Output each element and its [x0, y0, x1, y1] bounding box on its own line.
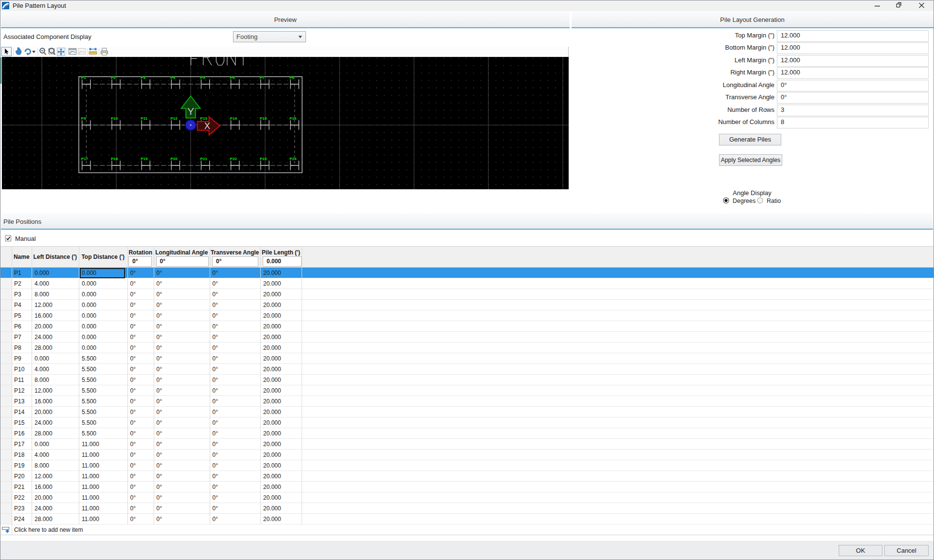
svg-text:P20: P20 — [170, 157, 178, 161]
svg-text:P6: P6 — [230, 75, 235, 80]
svg-text:P14: P14 — [230, 116, 237, 121]
svg-text:P21: P21 — [200, 157, 208, 161]
svg-text:P19: P19 — [141, 157, 148, 161]
svg-text:P11: P11 — [141, 116, 147, 121]
svg-text:P18: P18 — [111, 157, 118, 161]
svg-text:P22: P22 — [230, 157, 237, 161]
svg-text:P13: P13 — [200, 116, 208, 121]
svg-text:P24: P24 — [289, 157, 297, 161]
svg-text:Y: Y — [187, 106, 194, 117]
svg-text:P3: P3 — [141, 75, 145, 80]
svg-text:P17: P17 — [81, 157, 89, 161]
svg-text:P9: P9 — [81, 116, 86, 121]
svg-text:X: X — [204, 121, 210, 131]
svg-text:P23: P23 — [260, 157, 267, 161]
svg-text:P4: P4 — [170, 75, 175, 80]
svg-text:P1: P1 — [81, 75, 86, 80]
svg-text:P2: P2 — [111, 75, 116, 80]
svg-text:P10: P10 — [111, 116, 118, 121]
svg-text:P7: P7 — [260, 75, 265, 80]
svg-text:P16: P16 — [289, 116, 297, 121]
svg-text:P12: P12 — [170, 116, 178, 121]
svg-text:P5: P5 — [200, 75, 205, 80]
svg-text:P8: P8 — [289, 75, 294, 80]
svg-text:P15: P15 — [260, 116, 267, 121]
